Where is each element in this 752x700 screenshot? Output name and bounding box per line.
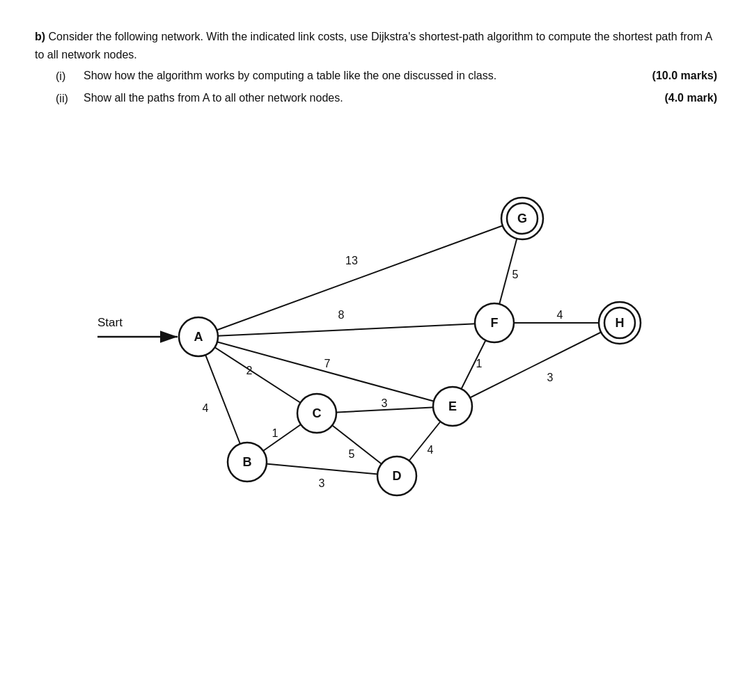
sub-items-container: (i) Show how the algorithm works by comp… [56,67,717,107]
edge-label-E-F: 1 [476,358,483,369]
edge-label-E-D: 4 [428,444,434,456]
edge-label-F-G: 5 [512,269,519,280]
node-F-label: F [491,316,499,330]
node-B-label: B [243,455,252,469]
edge-label-C-D: 5 [349,448,355,460]
graph-container: Start 13 8 2 4 7 1 3 3 [63,121,689,552]
sub-text-ii: Show all the paths from A to all other n… [84,92,343,104]
sub-item-i: (i) Show how the algorithm works by comp… [56,67,717,86]
edge-label-B-C: 1 [272,427,279,439]
question-prefix-text: b) Consider the following network. With … [35,28,717,63]
question-main-text: Consider the following network. With the… [35,31,712,61]
marks-ii: (4.0 mark) [664,90,717,106]
edge-label-A-F: 8 [338,309,345,321]
question-block: b) Consider the following network. With … [35,28,717,107]
edge-label-A-B: 4 [203,402,209,414]
sub-text-i: Show how the algorithm works by computin… [84,70,496,81]
node-E-label: E [448,399,457,413]
sub-label-ii: (ii) [56,90,84,108]
edge-A-F [198,323,494,337]
sub-item-ii: (ii) Show all the paths from A to all ot… [56,90,717,108]
edge-label-C-E: 3 [382,397,388,409]
sub-content-i: Show how the algorithm works by computin… [84,67,717,86]
node-C-label: C [313,406,322,420]
start-label: Start [97,316,123,329]
edge-A-C [198,337,317,413]
edge-label-F-H: 4 [557,309,563,321]
sub-content-ii: Show all the paths from A to all other n… [84,90,717,108]
marks-i: (10.0 marks) [652,67,717,84]
node-A-label: A [194,330,203,344]
edge-label-B-D: 3 [319,477,325,489]
node-D-label: D [393,469,402,483]
node-H-label: H [616,316,625,330]
node-G-label: G [517,212,527,225]
edge-label-E-H: 3 [547,372,554,383]
edge-label-A-E: 7 [324,358,331,369]
question-prefix: b) [35,31,45,42]
edge-label-A-G: 13 [345,255,358,267]
sub-label-i: (i) [56,67,84,86]
page: b) Consider the following network. With … [0,0,752,580]
edge-B-D [247,462,397,476]
edge-A-G [198,218,522,337]
graph-svg: Start 13 8 2 4 7 1 3 3 [63,121,689,552]
edge-label-A-C: 2 [246,365,253,376]
